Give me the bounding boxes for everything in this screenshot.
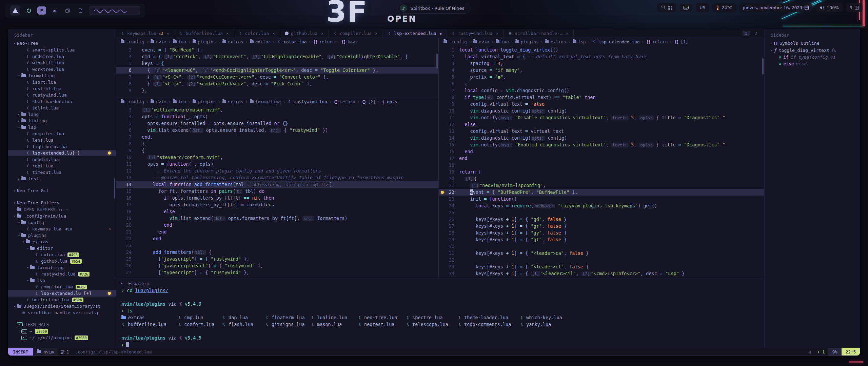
file-entry-bufferline-lua[interactable]: ☾bufferline.lua bbox=[121, 322, 178, 327]
breadcrumb-item[interactable]: ☾color.lua bbox=[277, 39, 307, 44]
close-icon[interactable]: × bbox=[566, 31, 569, 36]
breadcrumb-item[interactable]: lua bbox=[496, 39, 509, 44]
tree-item-rustywind-lua[interactable]: ☾rustywind.lua#726 bbox=[8, 271, 116, 277]
code-line[interactable]: 16 if opts.formatters_by_ft[ft] == nil t… bbox=[116, 195, 438, 201]
file-entry-flash-lua[interactable]: ☾flash.lua bbox=[222, 322, 265, 327]
tree-item-compiler-lua[interactable]: ☾compiler.lua#682 bbox=[8, 284, 116, 290]
code-line[interactable]: 30 bbox=[439, 243, 764, 250]
close-icon[interactable]: × bbox=[321, 31, 323, 36]
code-area[interactable]: 3 event = { "BufRead" },4 cmd = { [1]"Cc… bbox=[116, 45, 438, 98]
code-line[interactable]: 7 { [1]"<S-C>", [2]"<cmd>CccConvert<cr>"… bbox=[116, 74, 438, 80]
pane-scrollbar[interactable] bbox=[762, 58, 764, 75]
file-entry-mason-lua[interactable]: ☾mason.lua bbox=[311, 322, 358, 327]
breadcrumb-item[interactable]: .config bbox=[443, 39, 467, 44]
code-line[interactable]: 26 keys[#keys + 1] = { "gd", false } bbox=[439, 216, 764, 223]
tree-item-winshift-lua[interactable]: ☾winshift.lua bbox=[8, 60, 116, 66]
code-line[interactable]: 17 opts.formatters_by_ft[ft] = formatter… bbox=[116, 201, 438, 208]
code-line[interactable]: 3 spacing = 4, bbox=[439, 60, 764, 67]
code-line[interactable]: 22 event = { "BufReadPre", "BufNewFile" … bbox=[439, 189, 764, 196]
windows-pill[interactable]: 9 bbox=[846, 3, 863, 12]
code-line[interactable]: 16 end bbox=[439, 148, 764, 155]
copy-icon[interactable] bbox=[63, 6, 72, 15]
breadcrumb-item[interactable]: extras bbox=[222, 39, 243, 44]
code-line[interactable]: 7 local config = vim.diagnostic.config() bbox=[439, 87, 764, 94]
file-entry-conform-lua[interactable]: ☾conform.lua bbox=[178, 322, 222, 327]
code-line[interactable]: 22 end bbox=[116, 235, 438, 242]
close-icon[interactable]: × bbox=[272, 31, 275, 36]
breadcrumb-item[interactable]: extras bbox=[222, 99, 243, 104]
code-line[interactable]: 17end bbox=[439, 155, 764, 162]
file-entry-extras[interactable]: extras bbox=[121, 315, 178, 320]
volume-pill[interactable]: 100% bbox=[816, 3, 843, 12]
tree-item-open-buffers-in[interactable]: OPEN BUFFERS in ~ bbox=[8, 206, 116, 213]
tree-item-plugins[interactable]: ▾plugins bbox=[8, 232, 116, 239]
symbol-if[interactable]: ⊘ifif type(config.vi bbox=[765, 54, 860, 60]
breadcrumb-item[interactable]: {}[2] bbox=[362, 99, 376, 104]
code-line[interactable]: 32 bbox=[439, 257, 764, 263]
code-line[interactable]: 28 keys[#keys + 1] = { "gy", false } bbox=[439, 229, 764, 236]
code-line[interactable]: 3 event = { "BufRead" }, bbox=[116, 46, 438, 53]
tree-item-worktree-lua[interactable]: ☾worktree.lua bbox=[8, 66, 116, 73]
close-icon[interactable]: × bbox=[496, 31, 498, 36]
file-entry-neo-tree-lua[interactable]: ☾neo-tree.lua bbox=[358, 315, 406, 320]
breadcrumb-item[interactable]: lua bbox=[173, 39, 186, 44]
tree-item-isort-lua[interactable]: ☾isort.lua bbox=[8, 79, 116, 85]
section-header-neo-tree-git[interactable]: ▸Neo-Tree Git bbox=[8, 187, 116, 194]
pane-scrollbar[interactable] bbox=[436, 54, 438, 68]
code-line[interactable]: 10 vim.diagnostic.config(opts: config) bbox=[439, 107, 764, 114]
code-line[interactable]: 15 for ft, formatters in pairs(t: tbl) d… bbox=[116, 188, 438, 195]
code-line[interactable]: 9 }, bbox=[116, 87, 438, 94]
tree-item-lightbulb-lua[interactable]: ☾lightbulb.lua bbox=[8, 143, 116, 150]
code-line[interactable]: 5 prefix = "●", bbox=[439, 74, 764, 80]
code-line[interactable]: 10 [1]"stevearc/conform.nvim", bbox=[116, 154, 438, 161]
code-line[interactable]: 24 local keys = require(modname: "lazyvi… bbox=[439, 202, 764, 209]
tree-item-sqlfmt-lua[interactable]: ☾sqlfmt.lua bbox=[8, 105, 116, 111]
code-line[interactable]: 3 [1]"williamboman/mason.nvim", bbox=[116, 106, 438, 113]
tree-item-repl-lua[interactable]: ☾repl.lua bbox=[8, 163, 116, 169]
section-header-terminals[interactable]: >_TERMINALS bbox=[8, 321, 116, 328]
code-line[interactable]: 25 bbox=[439, 209, 764, 216]
code-line[interactable]: 9 { bbox=[116, 147, 438, 154]
tree-item-lens-lua[interactable]: ☾lens.lua bbox=[8, 137, 116, 143]
close-icon[interactable]: × bbox=[226, 31, 229, 36]
tree-item-bufferline-lua[interactable]: ☾bufferline.lua#328 bbox=[8, 297, 116, 303]
tree-item-editor[interactable]: ▾editor bbox=[8, 245, 116, 251]
workspace-flag-icon[interactable]: ⚑ bbox=[37, 6, 46, 15]
tree-item-scrollbar-handle-vertical-p[interactable]: ≣scrollbar-handle-vertical.p bbox=[8, 309, 116, 316]
code-line[interactable]: 23 init = function() bbox=[439, 196, 764, 202]
sidebar-scrollbar[interactable] bbox=[114, 178, 115, 199]
terminal-body[interactable]: › cd lua/plugins/nvim/lua/plugins via ☾ … bbox=[116, 287, 764, 348]
close-icon[interactable]: × bbox=[166, 31, 169, 36]
tree-item-linting[interactable]: ▸linting bbox=[8, 118, 116, 124]
file-entry-yanky-lua[interactable]: ☾yanky.lua bbox=[520, 322, 551, 327]
tree-item-item[interactable]: >_~#2859 bbox=[8, 328, 116, 334]
symbols-outline-header[interactable]: ▾{}Symbols Outline bbox=[765, 39, 860, 47]
code-line[interactable]: 8 if type(v: config.virtual_text) == "ta… bbox=[439, 94, 764, 101]
code-line[interactable]: 6 } bbox=[439, 80, 764, 87]
code-line[interactable]: 18 bbox=[439, 162, 764, 168]
tree-item-config-nvim-lua[interactable]: ▾.config/nvim/lua bbox=[8, 213, 116, 219]
breadcrumb-item[interactable]: .config bbox=[121, 99, 144, 104]
code-line[interactable]: 4 source = "if_many", bbox=[439, 67, 764, 74]
tree-item-compiler-lua[interactable]: ☾compiler.lua bbox=[8, 130, 116, 137]
tree-item-rustfmt-lua[interactable]: ☾rustfmt.lua bbox=[8, 85, 116, 92]
breadcrumb-item[interactable]: lsp bbox=[573, 39, 586, 44]
tab-keymaps-lua[interactable]: ☾keymaps.lua⚠3× bbox=[116, 29, 174, 38]
floaterm-title[interactable]: ▾ Floaterm bbox=[116, 280, 764, 287]
section-header-neo-tree[interactable]: ▾Neo-Tree bbox=[8, 39, 116, 47]
tabpage-1[interactable]: 1 bbox=[743, 31, 750, 36]
file-entry-lualine-lua[interactable]: ☾lualine.lua bbox=[311, 315, 358, 320]
tree-item-juegos-indies-steamlibrary-st[interactable]: ▸Juegos/Indies/SteamLibrary/st bbox=[8, 303, 116, 309]
code-line[interactable]: 21 [1]"neovim/nvim-lspconfig", bbox=[439, 182, 764, 189]
code-line[interactable]: 1local function toggle_diag_virtext() bbox=[439, 46, 764, 53]
tree-item-config[interactable]: ▾config bbox=[8, 219, 116, 226]
tree-item-formatting[interactable]: ▾formatting bbox=[8, 264, 116, 271]
tree-item-timeout-lua[interactable]: ☾timeout.lua bbox=[8, 169, 116, 176]
tree-item-test[interactable]: ▸test bbox=[8, 176, 116, 182]
breadcrumb-item[interactable]: plugins bbox=[193, 39, 216, 44]
breadcrumb-item[interactable]: {}return bbox=[334, 99, 355, 104]
file-entry-theme-loader-lua[interactable]: ☾theme-loader.lua bbox=[458, 315, 520, 320]
tree-item-extras[interactable]: ▾extras bbox=[8, 239, 116, 245]
tab-lsp-extended-lua[interactable]: ☾lsp-extended.lua● bbox=[383, 29, 447, 38]
code-line[interactable]: 5 opts.ensure_installed = opts.ensure_in… bbox=[116, 120, 438, 127]
